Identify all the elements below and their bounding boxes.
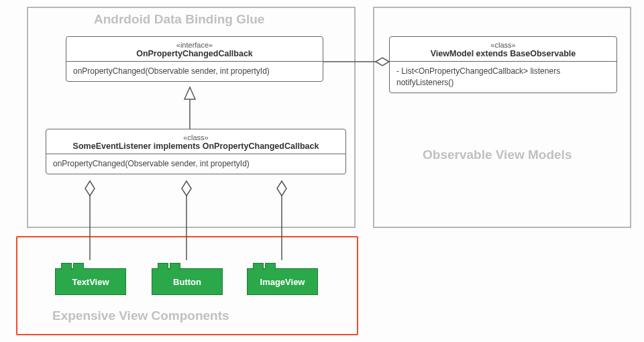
uml-interface-head: «interface» OnPropertyChangedCallback	[66, 37, 323, 62]
uml-interface-method: onPropertyChanged(Observable sender, int…	[73, 66, 316, 77]
uml-interface-box: «interface» OnPropertyChangedCallback on…	[66, 36, 323, 82]
uml-listener-method: onPropertyChanged(Observable sender, int…	[53, 158, 339, 170]
uml-viewmodel-line1: - List<OnPropertyChangedCallback> listen…	[396, 66, 610, 77]
uml-viewmodel-box: «class» ViewModel extends BaseObservable…	[389, 36, 617, 93]
uml-listener-body: onPropertyChanged(Observable sender, int…	[46, 154, 345, 174]
component-imageview-label: ImageView	[260, 277, 305, 287]
component-button: Button	[152, 268, 223, 295]
group-expensive-title: Expensive View Components	[52, 308, 229, 323]
component-textview: TextView	[55, 268, 126, 295]
uml-listener-box: «class» SomeEventListener implements OnP…	[46, 129, 346, 174]
group-databinding-title: Andrdoid Data Binding Glue	[94, 12, 264, 27]
component-imageview: ImageView	[247, 268, 318, 295]
uml-interface-name: OnPropertyChangedCallback	[72, 49, 317, 58]
uml-listener-name: SomeEventListener implements OnPropertyC…	[52, 141, 340, 151]
uml-viewmodel-head: «class» ViewModel extends BaseObservable	[390, 37, 616, 62]
component-textview-label: TextView	[72, 277, 109, 287]
component-button-label: Button	[173, 277, 201, 287]
uml-listener-head: «class» SomeEventListener implements OnP…	[46, 129, 345, 154]
uml-viewmodel-line2: notifyListeners()	[396, 77, 610, 89]
uml-interface-body: onPropertyChanged(Observable sender, int…	[66, 62, 323, 81]
uml-viewmodel-name: ViewModel extends BaseObservable	[395, 49, 611, 58]
uml-interface-stereo: «interface»	[72, 41, 317, 49]
uml-listener-stereo: «class»	[52, 133, 340, 141]
diagram-stage: Andrdoid Data Binding Glue Observable Vi…	[0, 0, 644, 342]
group-observable-title: Observable View Models	[423, 148, 572, 162]
uml-viewmodel-body: - List<OnPropertyChangedCallback> listen…	[390, 62, 616, 93]
uml-viewmodel-stereo: «class»	[395, 41, 611, 49]
